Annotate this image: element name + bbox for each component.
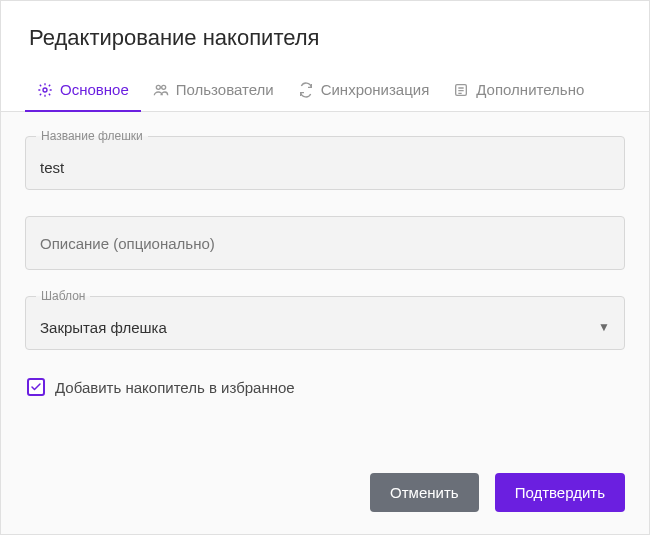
gear-icon <box>37 82 53 98</box>
dialog-title: Редактирование накопителя <box>1 1 649 71</box>
dialog-actions: Отменить Подтвердить <box>1 453 649 534</box>
tab-users[interactable]: Пользователи <box>141 71 286 112</box>
favorite-checkbox[interactable] <box>27 378 45 396</box>
name-field[interactable]: Название флешки <box>25 136 625 190</box>
tab-extra[interactable]: Дополнительно <box>441 71 596 112</box>
list-icon <box>453 82 469 98</box>
name-input[interactable] <box>40 159 610 176</box>
tab-main[interactable]: Основное <box>25 71 141 112</box>
edit-storage-dialog: Редактирование накопителя Основное Польз… <box>0 0 650 535</box>
users-icon <box>153 82 169 98</box>
name-field-label: Название флешки <box>36 129 148 143</box>
confirm-button[interactable]: Подтвердить <box>495 473 625 512</box>
svg-point-0 <box>43 88 47 92</box>
template-select-value: Закрытая флешка <box>40 319 598 336</box>
template-select[interactable]: Шаблон Закрытая флешка ▼ <box>25 296 625 350</box>
favorite-checkbox-label: Добавить накопитель в избранное <box>55 379 295 396</box>
tabs: Основное Пользователи Синхронизация Допо… <box>1 71 649 112</box>
sync-icon <box>298 82 314 98</box>
svg-point-1 <box>156 85 160 89</box>
cancel-button[interactable]: Отменить <box>370 473 479 512</box>
tab-label: Синхронизация <box>321 81 430 98</box>
tab-panel-main: Название флешки Шаблон Закрытая флешка ▼… <box>1 112 649 453</box>
description-input[interactable] <box>40 235 610 252</box>
tab-label: Основное <box>60 81 129 98</box>
svg-point-2 <box>161 85 165 89</box>
tab-label: Пользователи <box>176 81 274 98</box>
tab-sync[interactable]: Синхронизация <box>286 71 442 112</box>
favorite-checkbox-row[interactable]: Добавить накопитель в избранное <box>25 376 625 398</box>
chevron-down-icon: ▼ <box>598 320 610 334</box>
template-field-label: Шаблон <box>36 289 90 303</box>
tab-label: Дополнительно <box>476 81 584 98</box>
description-field[interactable] <box>25 216 625 270</box>
